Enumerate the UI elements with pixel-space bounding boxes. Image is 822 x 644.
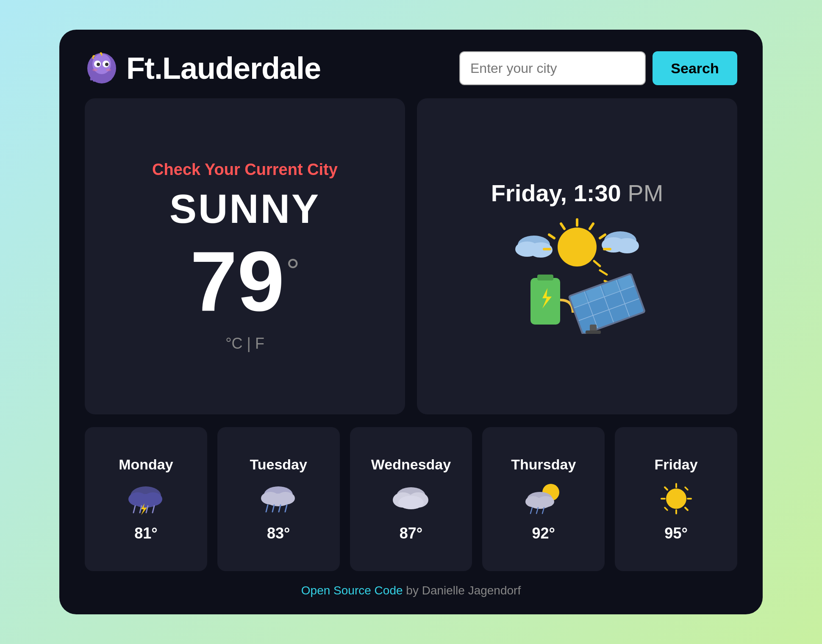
footer: Open Source Code by Danielle Jagendorf bbox=[85, 584, 737, 597]
svg-point-6 bbox=[92, 69, 97, 71]
temperature-row: 79 ° bbox=[190, 239, 300, 324]
open-source-link[interactable]: Open Source Code bbox=[301, 584, 403, 597]
svg-line-20 bbox=[549, 235, 554, 238]
header: Ft.Lauderdale Search bbox=[85, 51, 737, 86]
svg-line-45 bbox=[133, 506, 135, 513]
datetime-card: Friday, 1:30 PM bbox=[417, 98, 737, 414]
footer-suffix: by Danielle Jagendorf bbox=[403, 584, 521, 597]
check-city-label: Check Your Current City bbox=[152, 161, 338, 179]
datetime-text: Friday, 1:30 PM bbox=[491, 179, 664, 207]
svg-line-22 bbox=[594, 261, 600, 266]
svg-line-57 bbox=[285, 505, 287, 512]
svg-line-77 bbox=[685, 487, 688, 490]
svg-line-67 bbox=[530, 508, 532, 514]
svg-point-13 bbox=[615, 238, 639, 253]
logo-area: Ft.Lauderdale bbox=[85, 51, 447, 86]
forecast-day-wednesday: Wednesday bbox=[371, 456, 451, 473]
forecast-card-tuesday: Tuesday 83° bbox=[217, 427, 340, 571]
app-window: Ft.Lauderdale Search Check Your Current … bbox=[59, 30, 763, 614]
svg-line-48 bbox=[153, 506, 154, 513]
svg-point-5 bbox=[105, 63, 108, 66]
forecast-day-thursday: Thursday bbox=[511, 456, 576, 473]
temperature-value: 79 bbox=[190, 239, 284, 324]
forecast-row: Monday 81° Tuesday bbox=[85, 427, 737, 571]
svg-rect-40 bbox=[586, 330, 601, 334]
svg-point-4 bbox=[97, 63, 100, 66]
search-button[interactable]: Search bbox=[653, 51, 737, 85]
main-grid: Check Your Current City SUNNY 79 ° °C | … bbox=[85, 98, 737, 414]
search-area: Search bbox=[459, 51, 737, 85]
weather-condition: SUNNY bbox=[169, 186, 320, 232]
forecast-card-thursday: Thursday 92° bbox=[482, 427, 605, 571]
search-input[interactable] bbox=[459, 51, 646, 85]
forecast-icon-friday bbox=[653, 480, 700, 518]
svg-point-70 bbox=[666, 489, 686, 509]
svg-line-17 bbox=[600, 235, 605, 238]
svg-line-16 bbox=[590, 224, 593, 229]
forecast-day-tuesday: Tuesday bbox=[250, 456, 307, 473]
svg-point-7 bbox=[106, 69, 111, 71]
svg-line-78 bbox=[665, 508, 667, 510]
svg-line-76 bbox=[685, 508, 688, 510]
svg-line-19 bbox=[561, 224, 564, 229]
forecast-day-monday: Monday bbox=[119, 456, 173, 473]
svg-line-23 bbox=[600, 270, 607, 275]
svg-rect-26 bbox=[537, 275, 553, 280]
forecast-day-friday: Friday bbox=[655, 456, 698, 473]
forecast-card-monday: Monday 81° bbox=[85, 427, 207, 571]
svg-point-61 bbox=[398, 496, 424, 509]
svg-line-55 bbox=[272, 505, 274, 512]
forecast-temp-friday: 95° bbox=[664, 525, 687, 542]
svg-rect-25 bbox=[530, 278, 560, 325]
city-name: Ft.Lauderdale bbox=[126, 51, 321, 86]
forecast-temp-monday: 81° bbox=[134, 525, 157, 542]
forecast-icon-wednesday bbox=[388, 480, 434, 518]
forecast-temp-tuesday: 83° bbox=[267, 525, 290, 542]
logo-icon bbox=[85, 51, 119, 85]
svg-point-14 bbox=[558, 228, 597, 266]
unit-toggle[interactable]: °C | F bbox=[225, 335, 264, 353]
weather-card: Check Your Current City SUNNY 79 ° °C | … bbox=[85, 98, 405, 414]
forecast-icon-thursday bbox=[520, 480, 567, 518]
svg-point-44 bbox=[132, 494, 159, 508]
forecast-temp-wednesday: 87° bbox=[400, 525, 422, 542]
svg-point-53 bbox=[266, 494, 291, 506]
forecast-card-wednesday: Wednesday 87° bbox=[350, 427, 472, 571]
forecast-icon-monday bbox=[122, 480, 169, 518]
forecast-card-friday: Friday 95° bbox=[615, 427, 737, 571]
svg-line-75 bbox=[665, 487, 667, 490]
svg-line-54 bbox=[266, 505, 268, 512]
forecast-temp-thursday: 92° bbox=[532, 525, 555, 542]
forecast-icon-tuesday bbox=[255, 480, 302, 518]
solar-illustration bbox=[505, 215, 649, 334]
degree-symbol: ° bbox=[286, 252, 300, 291]
